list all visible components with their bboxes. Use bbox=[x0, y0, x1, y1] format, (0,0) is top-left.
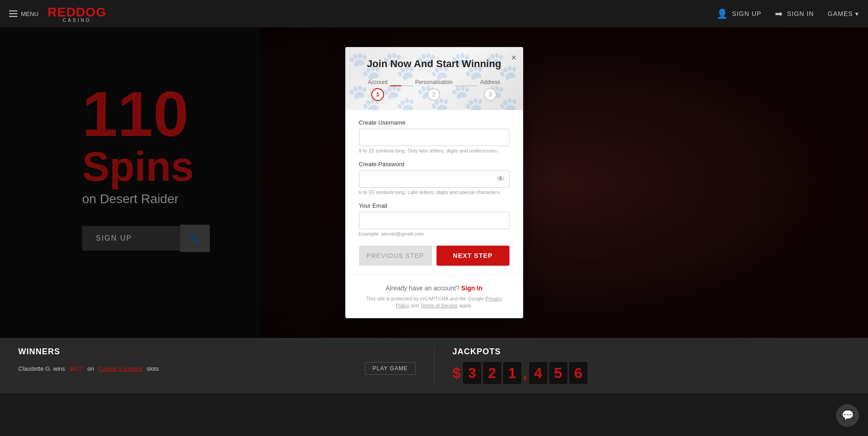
winner-amount: $417 bbox=[70, 365, 83, 372]
jackpot-digit-5: 5 bbox=[549, 362, 567, 384]
email-input[interactable] bbox=[359, 212, 509, 229]
username-label: Create Username bbox=[359, 119, 509, 126]
already-text: Already have an account? Sign In bbox=[359, 284, 509, 292]
modal-overlay: × 🐾🐾🐾🐾🐾🐾🐾🐾🐾🐾🐾🐾 Join Now And Start Winnin… bbox=[0, 27, 868, 338]
step-1-label: Account bbox=[368, 79, 388, 85]
header: MENU REDDOG CASINO 👤 SIGN UP ➡ SIGN IN G… bbox=[0, 0, 868, 27]
step-line-1 bbox=[390, 85, 413, 86]
jackpot-comma-1: , bbox=[523, 362, 527, 384]
password-label: Create Password bbox=[359, 161, 509, 168]
step-3-circle: 3 bbox=[484, 88, 497, 101]
hero-section: 110 Spins on Desert Raider SIGN UP 🐾 × 🐾… bbox=[0, 27, 868, 338]
modal-footer: Already have an account? Sign In This si… bbox=[345, 275, 523, 310]
chat-bubble-button[interactable]: 💬 bbox=[836, 404, 859, 427]
username-hint: 9 to 15 symbols long. Only latin letters… bbox=[359, 148, 509, 153]
step-2: Personalisation 2 bbox=[415, 79, 452, 101]
password-hint: 6 to 15 symbols long. Latin letters, dig… bbox=[359, 189, 509, 195]
modal-buttons: Previous Step Next Step bbox=[359, 246, 509, 266]
header-right: 👤 SIGN UP ➡ SIGN IN GAMES ▾ bbox=[717, 8, 859, 19]
winner-on: on bbox=[88, 365, 94, 372]
games-header-button[interactable]: GAMES ▾ bbox=[828, 10, 859, 17]
jackpot-digits: 3 2 1 , 4 5 6 bbox=[463, 362, 587, 384]
games-header-label: GAMES bbox=[828, 10, 853, 17]
jackpot-digit-6: 6 bbox=[569, 362, 587, 384]
password-input[interactable] bbox=[359, 170, 509, 188]
vertical-divider bbox=[434, 347, 434, 384]
username-group: Create Username 9 to 15 symbols long. On… bbox=[359, 119, 509, 153]
logo-red: REDDOG bbox=[47, 5, 106, 19]
chevron-down-icon: ▾ bbox=[855, 10, 859, 17]
signup-header-button[interactable]: 👤 SIGN UP bbox=[717, 8, 762, 19]
modal-title: Join Now And Start Winning bbox=[359, 58, 509, 70]
chat-icon: 💬 bbox=[842, 410, 854, 421]
password-group: Create Password 👁 6 to 15 symbols long. … bbox=[359, 161, 509, 195]
steps-container: Account 1 Personalisation 2 Address 3 bbox=[359, 79, 509, 110]
already-static: Already have an account? bbox=[385, 284, 459, 292]
hamburger-icon bbox=[9, 11, 17, 17]
jackpots-title: JACKPOTS bbox=[452, 347, 850, 357]
jackpot-digit-2: 2 bbox=[483, 362, 501, 384]
winner-slots: slots bbox=[147, 365, 159, 372]
jackpot-digit-3: 1 bbox=[503, 362, 521, 384]
signup-header-label: SIGN UP bbox=[732, 10, 762, 17]
signin-link[interactable]: Sign In bbox=[461, 284, 483, 292]
menu-label: MENU bbox=[21, 11, 38, 17]
next-step-button[interactable]: Next Step bbox=[437, 246, 509, 266]
logo[interactable]: REDDOG CASINO bbox=[47, 5, 106, 23]
user-plus-icon: 👤 bbox=[717, 8, 728, 19]
jackpot-digit-1: 3 bbox=[463, 362, 481, 384]
jackpot-amount: $ 3 2 1 , 4 5 6 bbox=[452, 362, 850, 384]
bottom-inner: WINNERS Claudette G. wins $417 on Caesar… bbox=[0, 347, 868, 384]
username-input[interactable] bbox=[359, 129, 509, 146]
step-2-circle: 2 bbox=[427, 88, 440, 101]
play-game-button[interactable]: PLAY GAME bbox=[365, 362, 416, 375]
eye-toggle-icon[interactable]: 👁 bbox=[497, 174, 505, 184]
winner-row: Claudette G. wins $417 on Caesar's Empir… bbox=[18, 362, 416, 375]
email-label: Your Email bbox=[359, 202, 509, 209]
prev-step-button[interactable]: Previous Step bbox=[359, 246, 432, 266]
email-hint: Example: winner@gmail.com bbox=[359, 231, 509, 236]
step-2-label: Personalisation bbox=[415, 79, 452, 85]
winner-game-link[interactable]: Caesar's Empire bbox=[99, 365, 142, 372]
step-1-circle: 1 bbox=[371, 88, 384, 101]
jackpot-dollar-sign: $ bbox=[452, 365, 461, 382]
winners-title: WINNERS bbox=[18, 347, 416, 357]
close-button[interactable]: × bbox=[511, 53, 517, 63]
terms-link[interactable]: Terms of Service bbox=[421, 303, 458, 308]
jackpot-digit-4: 4 bbox=[529, 362, 547, 384]
registration-modal: × 🐾🐾🐾🐾🐾🐾🐾🐾🐾🐾🐾🐾 Join Now And Start Winnin… bbox=[345, 47, 523, 319]
signin-header-button[interactable]: ➡ SIGN IN bbox=[775, 8, 814, 19]
winners-section: WINNERS Claudette G. wins $417 on Caesar… bbox=[18, 347, 416, 375]
modal-body: Create Username 9 to 15 symbols long. On… bbox=[345, 110, 523, 275]
step-3: Address 3 bbox=[480, 79, 500, 101]
email-group: Your Email Example: winner@gmail.com bbox=[359, 202, 509, 236]
password-wrapper: 👁 bbox=[359, 170, 509, 188]
signin-icon: ➡ bbox=[775, 8, 783, 19]
recaptcha-text: This site is protected by reCAPTCHA and … bbox=[359, 295, 509, 310]
modal-header: 🐾🐾🐾🐾🐾🐾🐾🐾🐾🐾🐾🐾 Join Now And Start Winning … bbox=[345, 47, 523, 110]
step-line-2 bbox=[455, 85, 478, 86]
step-3-label: Address bbox=[480, 79, 500, 85]
bottom-bar: WINNERS Claudette G. wins $417 on Caesar… bbox=[0, 338, 868, 393]
jackpots-section: JACKPOTS $ 3 2 1 , 4 5 6 bbox=[452, 347, 850, 384]
step-1: Account 1 bbox=[368, 79, 388, 101]
menu-button[interactable]: MENU bbox=[9, 11, 38, 17]
winner-name: Claudette G. wins bbox=[18, 365, 65, 372]
signin-header-label: SIGN IN bbox=[787, 10, 814, 17]
